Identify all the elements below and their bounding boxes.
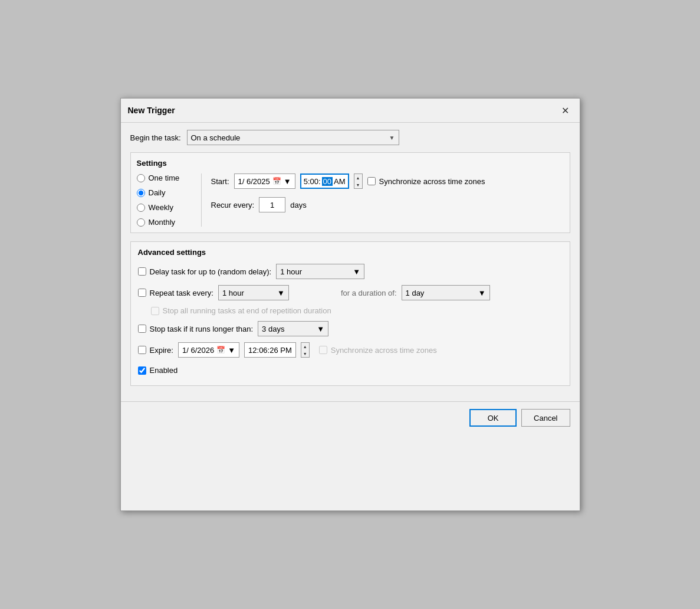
expire-calendar-icon: 📅: [216, 346, 225, 354]
start-time-input[interactable]: 5:00:00 AM: [300, 173, 349, 189]
enabled-text: Enabled: [150, 366, 178, 375]
chevron-down-icon: ▼: [317, 325, 324, 333]
chevron-down-icon: ▼: [228, 346, 235, 355]
days-label: days: [290, 201, 306, 209]
advanced-settings-title: Advanced settings: [138, 248, 563, 257]
chevron-down-icon: ▼: [478, 289, 486, 297]
delay-task-row: Delay task for up to (random delay): 1 h…: [138, 264, 563, 279]
sync-timezone-label[interactable]: Synchronize across time zones: [367, 177, 485, 186]
expire-date-value: 1/ 6/2026: [182, 346, 214, 355]
begin-task-dropdown[interactable]: On a schedule ▼: [187, 130, 399, 145]
radio-monthly-input[interactable]: [137, 218, 145, 227]
radio-one-time[interactable]: One time: [137, 173, 192, 182]
sync-timezone-text: Synchronize across time zones: [379, 177, 485, 186]
stop-all-checkbox[interactable]: [151, 307, 159, 315]
radio-daily-input[interactable]: [137, 189, 145, 197]
dialog-title: New Trigger: [128, 106, 175, 115]
settings-title: Settings: [137, 159, 564, 168]
recur-label: Recur every:: [211, 201, 255, 209]
radio-weekly-label: Weekly: [149, 203, 173, 212]
expire-checkbox[interactable]: [138, 346, 146, 354]
repeat-task-checkbox[interactable]: [138, 289, 146, 297]
stop-task-label[interactable]: Stop task if it runs longer than:: [138, 325, 254, 333]
expire-sync-label[interactable]: Synchronize across time zones: [319, 346, 437, 355]
time-seconds-highlighted: 00: [322, 177, 333, 186]
expire-row: Expire: 1/ 6/2026 📅 ▼ 12:06:26 PM ▲ ▼ Sy…: [138, 342, 563, 358]
start-date-input[interactable]: 1/ 6/2025 📅 ▼: [234, 173, 295, 189]
repeat-task-label[interactable]: Repeat task every:: [138, 289, 213, 297]
duration-value: 1 day: [406, 289, 425, 297]
expire-time-up-button[interactable]: ▲: [301, 343, 309, 350]
stop-all-row: Stop all running tasks at end of repetit…: [151, 306, 563, 315]
start-label: Start:: [211, 177, 229, 186]
radio-weekly[interactable]: Weekly: [137, 203, 192, 212]
chevron-down-icon: ▼: [284, 177, 291, 186]
time-suffix: AM: [334, 177, 346, 186]
chevron-down-icon: ▼: [353, 267, 360, 276]
cancel-button[interactable]: Cancel: [521, 409, 570, 427]
time-prefix: 5:00:: [304, 177, 321, 186]
close-button[interactable]: ✕: [558, 103, 573, 117]
stop-task-dropdown[interactable]: 3 days ▼: [258, 321, 328, 336]
time-down-button[interactable]: ▼: [354, 181, 362, 188]
settings-group: Settings One time Daily Weekly: [130, 152, 570, 233]
stop-task-checkbox[interactable]: [138, 325, 146, 333]
footer-row: OK Cancel: [121, 401, 580, 434]
date-value: 1/ 6/2025: [238, 177, 270, 186]
repeat-task-dropdown[interactable]: 1 hour ▼: [218, 285, 289, 300]
advanced-settings-group: Advanced settings Delay task for up to (…: [130, 241, 570, 386]
delay-task-checkbox[interactable]: [138, 267, 146, 276]
stop-task-row: Stop task if it runs longer than: 3 days…: [138, 321, 563, 336]
delay-task-value: 1 hour: [280, 267, 302, 276]
expire-time-down-button[interactable]: ▼: [301, 350, 309, 357]
radio-monthly[interactable]: Monthly: [137, 218, 192, 227]
delay-task-label[interactable]: Delay task for up to (random delay):: [138, 267, 272, 276]
radio-daily-label: Daily: [149, 188, 166, 197]
stop-all-label: Stop all running tasks at end of repetit…: [163, 306, 331, 315]
radio-weekly-input[interactable]: [137, 204, 145, 212]
for-duration-label: for a duration of:: [341, 289, 397, 297]
expire-label[interactable]: Expire:: [138, 346, 173, 355]
duration-dropdown[interactable]: 1 day ▼: [402, 285, 490, 300]
repeat-task-text: Repeat task every:: [150, 289, 213, 297]
time-up-button[interactable]: ▲: [354, 174, 362, 181]
schedule-type-col: One time Daily Weekly Monthly: [137, 173, 202, 227]
expire-time-spinner[interactable]: ▲ ▼: [301, 342, 310, 358]
repeat-task-row: Repeat task every: 1 hour ▼ for a durati…: [138, 285, 563, 300]
recur-value-input[interactable]: [259, 197, 285, 212]
expire-sync-checkbox[interactable]: [319, 346, 327, 354]
dialog-body: Begin the task: On a schedule ▼ Settings…: [121, 123, 580, 401]
expire-date-input[interactable]: 1/ 6/2026 📅 ▼: [178, 342, 239, 358]
chevron-down-icon: ▼: [277, 289, 285, 297]
radio-one-time-input[interactable]: [137, 174, 145, 182]
new-trigger-dialog: New Trigger ✕ Begin the task: On a sched…: [120, 98, 580, 511]
begin-task-row: Begin the task: On a schedule ▼: [130, 130, 570, 145]
calendar-icon: 📅: [272, 177, 281, 185]
delay-task-text: Delay task for up to (random delay):: [150, 267, 272, 276]
start-row: Start: 1/ 6/2025 📅 ▼ 5:00:00 AM ▲ ▼: [211, 173, 564, 189]
expire-time-value: 12:06:26 PM: [248, 346, 292, 355]
radio-one-time-label: One time: [149, 173, 180, 182]
stop-task-value: 3 days: [262, 325, 284, 333]
expire-text: Expire:: [150, 346, 173, 355]
stop-task-text: Stop task if it runs longer than:: [150, 325, 254, 333]
expire-time-input[interactable]: 12:06:26 PM: [244, 342, 296, 358]
time-spinner[interactable]: ▲ ▼: [354, 173, 363, 189]
enabled-checkbox[interactable]: [138, 366, 146, 375]
repeat-task-value: 1 hour: [222, 289, 244, 297]
delay-task-dropdown[interactable]: 1 hour ▼: [276, 264, 364, 279]
recur-row: Recur every: days: [211, 197, 564, 212]
ok-button[interactable]: OK: [469, 409, 517, 427]
sync-timezone-checkbox[interactable]: [367, 177, 376, 185]
chevron-down-icon: ▼: [389, 135, 395, 141]
radio-daily[interactable]: Daily: [137, 188, 192, 197]
settings-inner: One time Daily Weekly Monthly: [137, 173, 564, 227]
schedule-col: Start: 1/ 6/2025 📅 ▼ 5:00:00 AM ▲ ▼: [202, 173, 564, 227]
title-bar: New Trigger ✕: [121, 99, 580, 123]
begin-task-selected: On a schedule: [191, 133, 241, 142]
enabled-row: Enabled: [138, 366, 563, 375]
enabled-label[interactable]: Enabled: [138, 366, 178, 375]
begin-task-label: Begin the task:: [130, 133, 181, 142]
radio-monthly-label: Monthly: [149, 218, 176, 227]
expire-sync-text: Synchronize across time zones: [331, 346, 437, 355]
